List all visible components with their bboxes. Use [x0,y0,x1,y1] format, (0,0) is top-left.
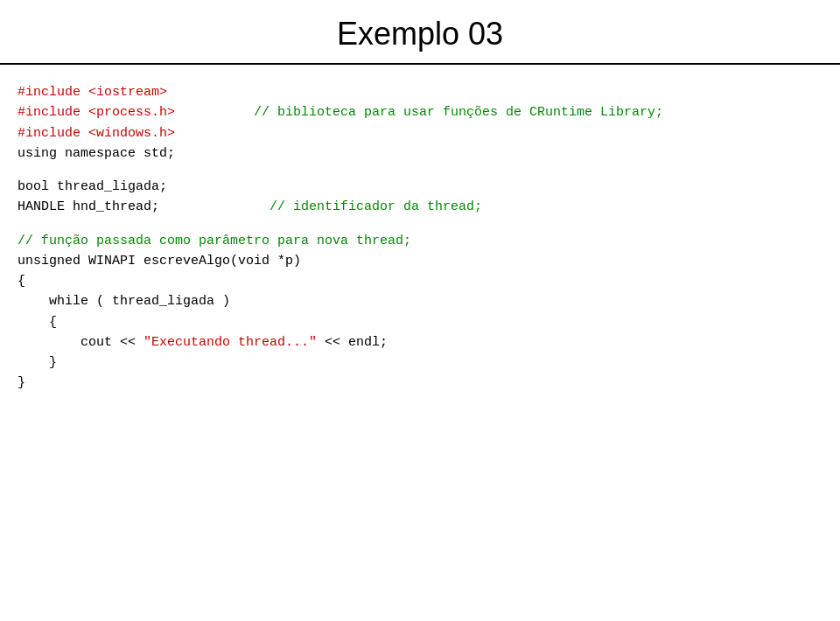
page-header: Exemplo 03 [0,0,840,65]
code-token: // função passada como parâmetro para no… [18,234,411,248]
code-block: #include <iostream>#include <process.h> … [0,65,840,411]
code-token: cout << [18,335,144,350]
code-token: { [18,274,25,289]
code-token: using namespace std; [18,146,175,161]
code-token: HANDLE hnd_thread; [18,199,159,214]
code-token: } [18,355,57,370]
code-line: { [18,312,822,332]
code-token: unsigned WINAPI escreveAlgo(void *p) [18,254,301,269]
code-token: #include <process.h> [18,105,175,120]
code-line: using namespace std; [18,143,822,164]
code-token: "Executando thread..." [144,335,317,350]
page-title: Exemplo 03 [337,16,503,52]
page-container: Exemplo 03 #include <iostream>#include <… [0,0,840,411]
code-token: << endl; [317,335,388,350]
code-token: #include <iostream> [18,85,167,100]
code-line: // função passada como parâmetro para no… [18,231,822,251]
code-line: cout << "Executando thread..." << endl; [18,332,822,352]
code-token: // identificador da thread; [159,199,482,214]
code-line: bool thread_ligada; [18,177,822,197]
code-line: { [18,271,822,291]
code-token: #include <windows.h> [18,126,175,141]
code-line: #include <process.h> // biblioteca para … [18,102,822,122]
code-line: #include <windows.h> [18,123,822,143]
code-line: } [18,373,822,393]
code-line: while ( thread_ligada ) [18,291,822,311]
code-token: // biblioteca para usar funções de CRunt… [175,105,663,120]
code-line: HANDLE hnd_thread; // identificador da t… [18,197,822,217]
code-line: } [18,352,822,373]
code-token: bool thread_ligada; [18,179,167,194]
code-token: { [18,315,57,330]
code-blank-line [18,218,822,231]
code-line: #include <iostream> [18,82,822,102]
code-token: } [18,375,25,390]
code-blank-line [18,164,822,177]
code-line: unsigned WINAPI escreveAlgo(void *p) [18,251,822,271]
code-token: while ( thread_ligada ) [18,294,230,309]
